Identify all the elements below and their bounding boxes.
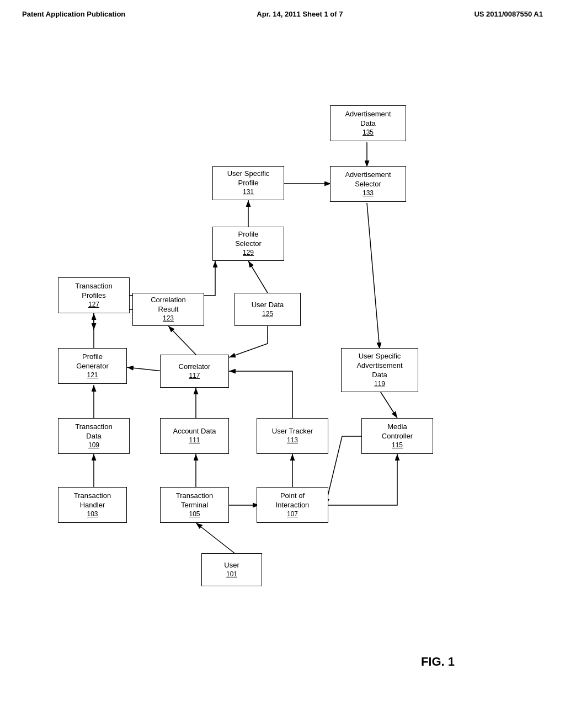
box-correlation-result-label: CorrelationResult [151, 296, 186, 314]
box-account-data-label: Account Data [173, 427, 216, 436]
box-user: User 101 [201, 553, 262, 586]
box-user-data-label: User Data [252, 301, 284, 310]
box-transaction-profiles: TransactionProfiles 127 [58, 277, 130, 313]
box-user-tracker-ref: 113 [287, 436, 298, 445]
box-point-of-interaction: Point ofInteraction 107 [257, 487, 328, 523]
box-profile-selector: ProfileSelector 129 [212, 227, 284, 261]
box-user-specific-ad-data: User SpecificAdvertisementData 119 [341, 348, 418, 392]
box-user-data-ref: 125 [262, 310, 273, 319]
header-left: Patent Application Publication [22, 10, 125, 18]
svg-line-16 [367, 203, 380, 349]
box-transaction-profiles-label: TransactionProfiles [75, 282, 112, 301]
box-user-specific-profile: User SpecificProfile 131 [212, 166, 284, 200]
box-account-data-ref: 111 [189, 436, 200, 445]
box-user-data: User Data 125 [234, 293, 301, 326]
box-user-specific-ad-data-ref: 119 [374, 380, 385, 389]
box-user-tracker: User Tracker 113 [257, 418, 328, 454]
diagram-area: User 101 TransactionHandler 103 Transact… [0, 24, 565, 686]
box-poi-label: Point ofInteraction [276, 491, 310, 510]
fig-label: FIG. 1 [421, 655, 455, 669]
page-header: Patent Application Publication Apr. 14, … [0, 0, 565, 18]
box-transaction-data: TransactionData 109 [58, 418, 130, 454]
box-advertisement-data-label: AdvertisementData [345, 110, 391, 129]
box-transaction-profiles-ref: 127 [88, 301, 99, 309]
box-correlation-result: CorrelationResult 123 [132, 293, 204, 326]
box-transaction-data-ref: 109 [88, 441, 99, 450]
box-advertisement-data: AdvertisementData 135 [330, 105, 406, 141]
box-user-specific-profile-ref: 131 [243, 188, 254, 197]
box-media-controller-ref: 115 [392, 441, 403, 450]
box-correlation-result-ref: 123 [163, 314, 174, 323]
svg-line-2 [196, 523, 234, 553]
box-profile-generator-ref: 121 [87, 371, 98, 380]
svg-line-12 [248, 261, 268, 293]
box-advertisement-data-ref: 135 [363, 129, 374, 137]
box-transaction-terminal-ref: 105 [189, 510, 200, 519]
box-user-specific-ad-data-label: User SpecificAdvertisementData [356, 352, 402, 380]
box-user-label: User [224, 561, 239, 570]
box-account-data: Account Data 111 [160, 418, 229, 454]
box-user-ref: 101 [226, 570, 237, 579]
box-user-specific-profile-label: User SpecificProfile [227, 169, 270, 188]
box-advertisement-selector-label: AdvertisementSelector [345, 170, 391, 189]
box-correlator-label: Correlator [179, 362, 211, 372]
svg-line-9 [127, 367, 163, 371]
box-correlator: Correlator 117 [160, 355, 229, 388]
box-transaction-handler-ref: 103 [87, 510, 98, 519]
svg-line-17 [380, 390, 397, 418]
box-profile-generator: ProfileGenerator 121 [58, 348, 127, 384]
box-transaction-data-label: TransactionData [75, 422, 112, 441]
box-transaction-terminal: TransactionTerminal 105 [160, 487, 229, 523]
box-media-controller-label: MediaController [382, 422, 413, 441]
box-transaction-handler-label: TransactionHandler [74, 491, 111, 510]
box-advertisement-selector-ref: 133 [363, 189, 374, 198]
box-profile-generator-label: ProfileGenerator [76, 352, 109, 371]
box-correlator-ref: 117 [189, 372, 200, 381]
svg-line-11 [168, 326, 196, 355]
box-media-controller: MediaController 115 [361, 418, 433, 454]
box-profile-selector-label: ProfileSelector [235, 230, 262, 249]
box-poi-ref: 107 [287, 510, 298, 519]
box-transaction-terminal-label: TransactionTerminal [176, 491, 213, 510]
box-profile-selector-ref: 129 [243, 249, 254, 258]
box-advertisement-selector: AdvertisementSelector 133 [330, 166, 406, 202]
box-user-tracker-label: User Tracker [272, 427, 313, 436]
box-transaction-handler: TransactionHandler 103 [58, 487, 127, 523]
header-center: Apr. 14, 2011 Sheet 1 of 7 [257, 10, 343, 18]
header-right: US 2011/0087550 A1 [474, 10, 543, 18]
